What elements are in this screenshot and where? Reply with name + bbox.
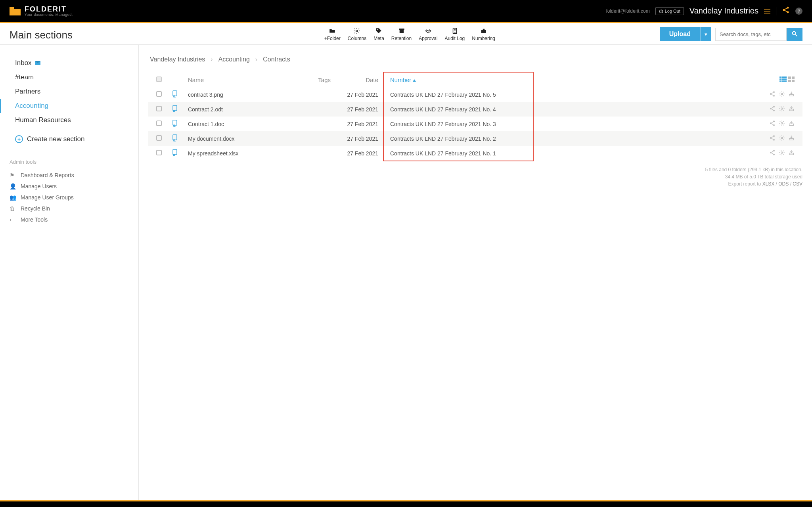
toolbar-actions: +Folder Columns Meta Retention Approval … xyxy=(237,27,495,41)
column-number[interactable]: Number xyxy=(390,77,529,83)
gear-icon[interactable] xyxy=(779,120,785,128)
logo[interactable]: FOLDERIT Your documents. Managed. xyxy=(10,5,73,17)
export-xlsx[interactable]: XLSX xyxy=(762,181,775,187)
footer: Contact Privacy policy Terms of use Fold… xyxy=(0,501,812,507)
table-row[interactable]: My document.docx 27 Feb 2021 Contracts U… xyxy=(148,131,802,146)
svg-point-27 xyxy=(773,91,775,93)
row-checkbox[interactable] xyxy=(156,121,162,126)
gear-icon[interactable] xyxy=(779,105,785,113)
download-icon[interactable] xyxy=(788,135,795,142)
svg-rect-56 xyxy=(173,149,177,155)
row-checkbox[interactable] xyxy=(156,135,162,141)
svg-rect-6 xyxy=(399,30,404,33)
admin-dashboard[interactable]: ⚑Dashboard & Reports xyxy=(10,170,129,181)
divider xyxy=(776,7,776,15)
select-all-checkbox[interactable] xyxy=(156,77,162,82)
export-ods[interactable]: ODS xyxy=(778,181,789,187)
svg-rect-18 xyxy=(781,78,787,80)
svg-rect-16 xyxy=(779,80,781,82)
list-view-icon[interactable] xyxy=(779,77,787,83)
svg-point-54 xyxy=(781,137,783,139)
share-icon[interactable] xyxy=(769,91,776,98)
share-icon[interactable] xyxy=(769,135,776,142)
add-folder-button[interactable]: +Folder xyxy=(324,27,341,41)
audit-log-button[interactable]: Audit Log xyxy=(445,27,465,41)
download-icon[interactable] xyxy=(788,120,795,128)
archive-icon xyxy=(397,27,406,34)
admin-users[interactable]: 👤Manage Users xyxy=(10,181,129,192)
help-icon[interactable]: ? xyxy=(795,8,802,15)
meta-button[interactable]: Meta xyxy=(373,27,384,41)
file-number: Contracts UK LND 27 February 2021 No. 1 xyxy=(390,150,529,157)
svg-point-53 xyxy=(773,139,775,141)
admin-user-groups[interactable]: 👥Manage User Groups xyxy=(10,192,129,203)
svg-point-46 xyxy=(781,122,783,124)
download-icon[interactable] xyxy=(788,149,795,157)
table-row[interactable]: contract 3.png 27 Feb 2021 Contracts UK … xyxy=(148,87,802,102)
column-tags[interactable]: Tags xyxy=(291,77,331,83)
admin-recycle[interactable]: 🗑Recycle Bin xyxy=(10,203,129,214)
svg-rect-24 xyxy=(173,91,177,96)
svg-point-59 xyxy=(773,150,775,151)
users-icon: 👥 xyxy=(10,194,16,201)
sidebar-item-inbox[interactable]: Inbox xyxy=(10,56,129,70)
breadcrumb-item[interactable]: Accounting xyxy=(218,56,250,63)
svg-rect-40 xyxy=(173,120,177,125)
search-button[interactable] xyxy=(787,28,802,41)
table-row[interactable]: Contract 1.doc 27 Feb 2021 Contracts UK … xyxy=(148,117,802,131)
grid-view-icon[interactable] xyxy=(788,77,795,83)
download-icon[interactable] xyxy=(788,105,795,113)
chevron-right-icon: › xyxy=(10,216,16,223)
share-icon[interactable] xyxy=(782,6,790,16)
svg-point-36 xyxy=(770,108,772,109)
menu-icon[interactable] xyxy=(764,9,770,13)
svg-line-13 xyxy=(795,34,797,36)
sidebar-item-partners[interactable]: Partners xyxy=(10,84,129,99)
admin-more[interactable]: ›More Tools xyxy=(10,214,129,225)
svg-point-4 xyxy=(377,29,378,30)
svg-point-44 xyxy=(770,122,772,124)
numbering-button[interactable]: Numbering xyxy=(472,27,495,41)
gear-icon[interactable] xyxy=(779,91,785,98)
svg-rect-47 xyxy=(789,124,794,125)
export-csv[interactable]: CSV xyxy=(793,181,802,187)
sidebar-item-accounting[interactable]: Accounting xyxy=(0,99,129,113)
svg-line-34 xyxy=(175,112,176,113)
retention-button[interactable]: Retention xyxy=(391,27,412,41)
column-date[interactable]: Date xyxy=(331,77,390,83)
column-name[interactable]: Name xyxy=(188,77,291,83)
sidebar-item-team[interactable]: #team xyxy=(10,70,129,84)
svg-point-29 xyxy=(773,95,775,97)
table-row[interactable]: My spreadsheet.xlsx 27 Feb 2021 Contract… xyxy=(148,146,802,161)
svg-rect-63 xyxy=(789,153,794,155)
upload-dropdown[interactable]: ▾ xyxy=(700,27,711,41)
brand-tagline: Your documents. Managed. xyxy=(25,13,73,17)
upload-button[interactable]: Upload xyxy=(660,27,700,41)
search-input[interactable] xyxy=(715,28,787,41)
gear-icon[interactable] xyxy=(779,135,785,142)
breadcrumb-item[interactable]: Vandelay Industries xyxy=(150,56,205,63)
row-checkbox[interactable] xyxy=(156,91,162,97)
row-checkbox[interactable] xyxy=(156,106,162,111)
share-icon[interactable] xyxy=(769,105,776,113)
tag-icon xyxy=(374,27,383,34)
share-icon[interactable] xyxy=(769,149,776,157)
gear-icon xyxy=(352,27,361,34)
logout-button[interactable]: ⏻ Log Out xyxy=(655,7,684,15)
columns-button[interactable]: Columns xyxy=(348,27,366,41)
search-icon xyxy=(791,31,798,37)
svg-line-42 xyxy=(175,126,176,127)
create-section-button[interactable]: + Create new section xyxy=(10,135,129,143)
svg-rect-32 xyxy=(173,105,177,111)
svg-point-51 xyxy=(773,135,775,137)
approval-button[interactable]: Approval xyxy=(419,27,437,41)
breadcrumb-item[interactable]: Contracts xyxy=(263,56,290,63)
download-icon[interactable] xyxy=(788,91,795,98)
share-icon[interactable] xyxy=(769,120,776,128)
gear-icon[interactable] xyxy=(779,149,785,157)
svg-rect-15 xyxy=(779,78,781,80)
folder-icon xyxy=(328,27,337,34)
sidebar-item-hr[interactable]: Human Resources xyxy=(10,113,129,127)
table-row[interactable]: Contract 2.odt 27 Feb 2021 Contracts UK … xyxy=(148,102,802,117)
row-checkbox[interactable] xyxy=(156,150,162,155)
